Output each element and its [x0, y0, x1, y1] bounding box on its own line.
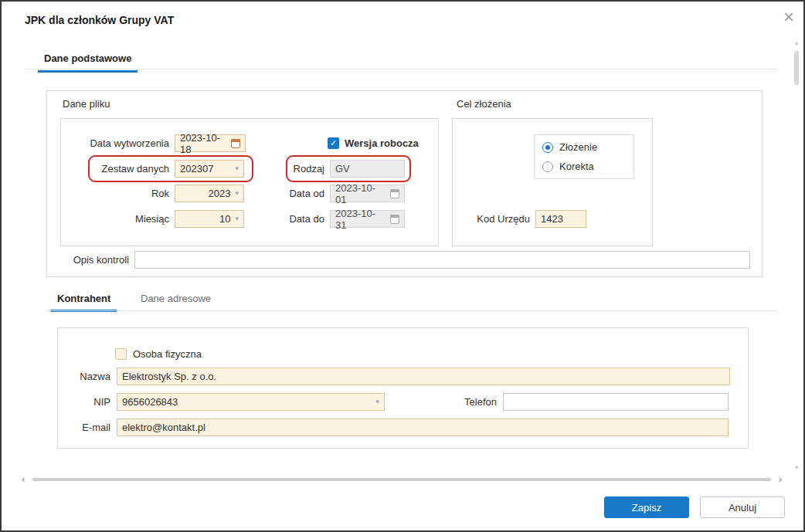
field-kod-urzedu: Kod Urzędu 1423	[460, 210, 586, 228]
wersja-robocza-label: Wersja robocza	[345, 137, 419, 149]
tab-divider	[25, 69, 777, 69]
radio-selected-icon	[542, 142, 553, 153]
dane-pliku-panel: Dane pliku Data wytworzenia 2023-10-18 Z…	[46, 90, 763, 277]
miesiac-select[interactable]: 10 ▾	[175, 210, 244, 228]
data-od-label: Data od	[280, 188, 324, 199]
wersja-robocza-checkbox[interactable]: ✓	[328, 137, 339, 149]
horizontal-scrollbar[interactable]: ‹ ›	[22, 473, 782, 485]
field-data-wytworzenia: Data wytworzenia 2023-10-18	[69, 134, 246, 152]
nazwa-input[interactable]: Elektrostyk Sp. z o.o.	[117, 368, 730, 385]
field-email: E-mail elektro@kontakt.pl	[66, 418, 729, 436]
zestaw-danych-label: Zestaw danych	[69, 163, 169, 175]
kod-urzedu-label: Kod Urzędu	[460, 213, 530, 225]
tab-dane-adresowe[interactable]: Dane adresowe	[141, 293, 211, 304]
miesiac-value: 10	[219, 213, 230, 225]
telefon-input[interactable]	[503, 393, 729, 411]
email-label: E-mail	[66, 422, 110, 433]
kod-urzedu-input[interactable]: 1423	[535, 210, 586, 228]
data-wytworzenia-label: Data wytworzenia	[69, 137, 169, 149]
zestaw-danych-value: 202307	[180, 163, 213, 175]
cel-zlozenia-radiogroup: Złożenie Korekta	[534, 134, 634, 179]
nip-label: NIP	[66, 396, 110, 408]
rok-value: 2023	[209, 188, 231, 199]
nip-value: 9656026843	[122, 396, 178, 408]
email-input[interactable]: elektro@kontakt.pl	[117, 418, 729, 436]
data-do-value: 2023-10-31	[335, 208, 386, 231]
scroll-up-icon[interactable]: ▴	[791, 40, 802, 46]
field-opis-kontroli: Opis kontroli	[58, 251, 750, 269]
kod-urzedu-value: 1423	[541, 213, 563, 225]
chevron-down-icon: ▾	[375, 398, 379, 405]
tab-kontrahent[interactable]: Kontrahent	[51, 293, 117, 312]
rok-select[interactable]: 2023 ▾	[175, 185, 244, 202]
save-button[interactable]: Zapisz	[604, 496, 689, 518]
check-icon: ✓	[330, 139, 337, 147]
calendar-icon[interactable]	[231, 139, 240, 148]
zlozenie-label: Złożenie	[559, 141, 597, 153]
opis-kontroli-input[interactable]	[134, 251, 750, 269]
osoba-fizyczna-checkbox[interactable]	[115, 348, 127, 360]
chevron-down-icon: ▾	[235, 190, 239, 197]
korekta-label: Korekta	[559, 161, 594, 172]
dialog-title: JPK dla członków Grupy VAT	[25, 14, 174, 26]
email-value: elektro@kontakt.pl	[122, 422, 205, 433]
field-miesiac: Miesiąc 10 ▾	[69, 210, 244, 228]
dane-pliku-fields: Data wytworzenia 2023-10-18 Zestaw danyc…	[60, 118, 439, 246]
cel-zlozenia-fields: Złożenie Korekta Kod Urzędu 1423	[452, 118, 653, 246]
data-do-label: Data do	[280, 213, 324, 225]
subtab-divider	[46, 310, 777, 311]
scroll-down-icon[interactable]: ▾	[791, 465, 802, 471]
vertical-scrollbar[interactable]: ▴ ▾	[791, 40, 802, 471]
zestaw-danych-select[interactable]: 202307 ▾	[175, 160, 244, 178]
chevron-down-icon: ▾	[235, 215, 239, 222]
calendar-icon	[390, 189, 399, 198]
opis-kontroli-label: Opis kontroli	[58, 254, 129, 266]
field-rodzaj: Rodzaj GV	[280, 160, 405, 178]
horizontal-scrollbar-thumb[interactable]	[32, 478, 771, 481]
field-osoba-fizyczna: Osoba fizyczna	[115, 345, 202, 363]
data-od-value: 2023-10-01	[335, 182, 386, 205]
nip-select[interactable]: 9656026843 ▾	[117, 393, 385, 411]
jpk-dialog: JPK dla członków Grupy VAT × Dane podsta…	[0, 0, 805, 532]
osoba-fizyczna-label: Osoba fizyczna	[133, 348, 202, 360]
dane-pliku-legend: Dane pliku	[63, 98, 110, 110]
field-data-od: Data od 2023-10-01	[280, 185, 405, 202]
radio-korekta[interactable]: Korekta	[542, 161, 626, 172]
telefon-label: Telefon	[458, 396, 497, 408]
tab-dane-podstawowe[interactable]: Dane podstawowe	[38, 53, 138, 73]
rodzaj-value: GV	[335, 163, 350, 175]
cancel-button[interactable]: Anuluj	[700, 496, 785, 518]
chevron-down-icon: ▾	[235, 165, 239, 172]
data-wytworzenia-input[interactable]: 2023-10-18	[175, 134, 246, 152]
rodzaj-label: Rodzaj	[280, 163, 324, 175]
field-zestaw-danych: Zestaw danych 202307 ▾	[69, 160, 244, 178]
calendar-icon	[390, 215, 399, 224]
miesiac-label: Miesiąc	[69, 213, 169, 225]
scroll-left-icon[interactable]: ‹	[22, 473, 25, 485]
rodzaj-input: GV	[330, 160, 405, 178]
kontrahent-panel: Osoba fizyczna Nazwa Elektrostyk Sp. z o…	[57, 327, 749, 449]
radio-zlozenie[interactable]: Złożenie	[542, 141, 626, 153]
data-od-input: 2023-10-01	[330, 185, 405, 202]
nazwa-label: Nazwa	[66, 371, 110, 382]
field-nazwa: Nazwa Elektrostyk Sp. z o.o.	[66, 368, 730, 385]
nazwa-value: Elektrostyk Sp. z o.o.	[122, 371, 216, 382]
radio-unselected-icon	[542, 161, 553, 172]
scroll-right-icon[interactable]: ›	[779, 473, 782, 485]
field-wersja-robocza: ✓ Wersja robocza	[328, 134, 419, 152]
field-data-do: Data do 2023-10-31	[280, 210, 405, 228]
rok-label: Rok	[69, 188, 169, 199]
vertical-scrollbar-thumb[interactable]	[794, 51, 799, 85]
field-rok: Rok 2023 ▾	[69, 185, 244, 202]
data-do-input: 2023-10-31	[330, 210, 405, 228]
cel-zlozenia-legend: Cel złożenia	[457, 98, 511, 110]
field-nip-telefon: NIP 9656026843 ▾ Telefon	[66, 393, 729, 411]
data-wytworzenia-value: 2023-10-18	[180, 132, 226, 155]
close-icon[interactable]: ×	[783, 8, 794, 26]
